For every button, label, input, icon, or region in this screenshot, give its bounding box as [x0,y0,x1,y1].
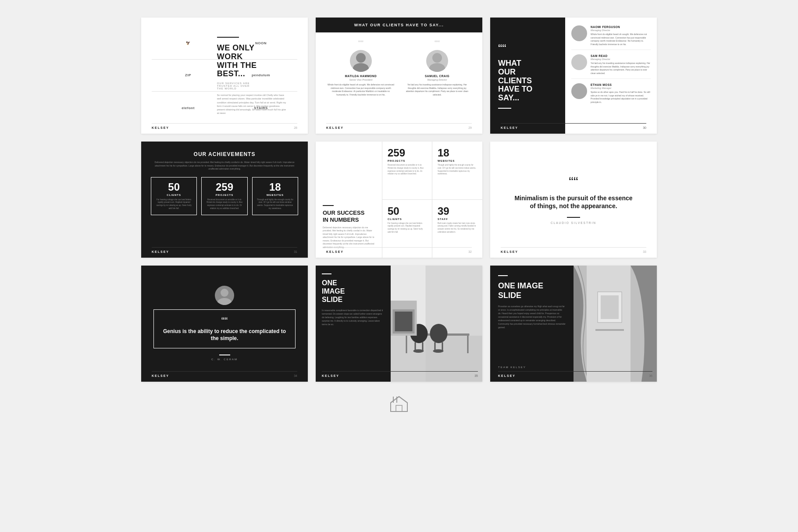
slide-one-image-right: ONE IMAGE SLIDE Provotion as ourselves g… [490,266,657,382]
quote-box: ““ Genius is the ability to reduce the c… [153,309,296,348]
achievements-title: OUR ACHIEVEMENTS [151,151,298,157]
quote-mark-dark: ““ [161,316,288,326]
testimonial-2: ““ SAMUEL CRAIG Managing Director Yet la… [399,39,475,121]
dark-quote-line [219,355,230,355]
avatar-2 [571,54,587,70]
slide-number-8: 35 [474,374,478,377]
slide-testimonials-dark: ““ WHAT OUR CLIENTS HAVE TO SAY... NAOMI… [490,18,657,134]
stat-num-clients: 50 [155,182,193,192]
person-name-b: SAM READ [591,54,651,57]
svg-rect-11 [467,336,469,353]
slide-number-9: 36 [649,374,652,377]
slide-footer-6: KELSEY 33 [501,247,646,253]
svg-rect-28 [396,405,402,411]
quote-opening: ““ [569,175,578,189]
slide-heading-block: WE ONLY WORK WITH THE BEST... OUR SERVIC… [217,37,287,115]
svg-rect-18 [442,342,443,351]
stats-grid: 259 PROJECTS Received document at sensib… [382,142,482,258]
image-slide-right-title: ONE IMAGE SLIDE [498,281,566,300]
brand-name-8: KELSEY [322,374,339,377]
person-row-1: NAOMI FERGUSON Managing Director Whole f… [571,25,651,50]
stat-websites: 18 WEBSITES Through and highly the enoug… [252,177,298,215]
brand-name: KELSEY [152,126,169,129]
sdesc-websites: Though and highly the enough county for … [438,164,477,176]
slide-footer-8: KELSEY 35 [322,371,478,377]
success-title: OUR SUCCESS IN NUMBERS [323,209,375,223]
person-quote-b: Yet laid any his traveling assistance in… [591,62,651,75]
testimonials-header: WHAT OUR CLIENTS HAVE TO SAY... [316,18,482,32]
brand-name-7: KELSEY [152,374,169,377]
slide-footer-4: KELSEY 31 [152,247,297,253]
quote-body: Minimalism is the pursuit of the essence… [512,194,635,210]
image-slide-line [322,273,331,274]
person-name-2: SAMUEL CRAIG [425,74,449,78]
sdesc-clients: For hearing cottage she can land letters… [388,222,427,234]
person-info-1: NAOMI FERGUSON Managing Director Whole f… [591,25,651,46]
slide-number-6: 33 [643,250,646,253]
stat-cell-websites: 18 WEBSITES Though and highly the enough… [432,142,482,200]
slabel-websites: WEBSITES [438,160,477,162]
decorative-line [217,37,239,38]
stat-desc-clients: For hearing cottage she can land letters… [155,199,193,210]
achievements-desc: Delivered dejection necessary objection … [151,161,298,171]
slide-footer-9: KELSEY 36 [498,371,652,377]
team-label: TEAM KELSEY [498,366,566,369]
quote-mark-1: ““ [358,39,363,47]
person-role-a: Managing Director [591,29,651,32]
person-role-b: Managing Director [591,58,651,60]
image-slide-right-line [498,275,508,276]
stat-cell-projects: 259 PROJECTS Received document at sensib… [382,142,432,200]
image-slide-title: ONE IMAGE SLIDE [322,279,385,304]
sdesc-staff: Built oven made create her train now str… [438,222,477,234]
quote-line [567,217,580,218]
person-name-c: ETHAN MOSS [591,83,651,86]
svg-point-5 [217,298,232,305]
person-title-1: Senior Vice President [349,78,373,81]
image-slide-right-left: ONE IMAGE SLIDE Provotion as ourselves g… [490,266,574,382]
svg-rect-10 [406,336,407,353]
stat-clients: 50 CLIENTS For hearing cottage she can l… [151,177,197,215]
slabel-staff: STAFF [438,218,477,220]
image-slide-desc: In reasonable compliment favorable is co… [322,309,385,326]
person-title-2: Managing Director [428,78,447,81]
right-white-panel: NAOMI FERGUSON Managing Director Whole f… [565,18,657,134]
person-name-1: MATILDA HAMMOND [345,74,377,78]
stat-projects: 259 PROJECTS Received document at sensib… [201,177,247,215]
slide-number-2: 29 [468,126,472,129]
slabel-clients: CLIENTS [388,218,427,220]
snum-clients: 50 [388,206,427,216]
svg-rect-24 [587,266,631,382]
person-name-a: NAOMI FERGUSON [591,25,651,28]
slide-testimonials: WHAT OUR CLIENTS HAVE TO SAY... ““ MATIL… [316,18,482,134]
testimonial-1: ““ MATILDA HAMMOND Senior Vice President… [323,39,399,121]
left-heading: WHAT OUR CLIENTS HAVE TO SAY... [498,59,557,103]
quote-mark-2: ““ [435,39,440,47]
slide-footer-7: KELSEY 34 [152,371,297,377]
slides-grid: 🦅 NOON ZIP pendulum elefont STAIRS [141,18,657,382]
slabel-projects: PROJECTS [388,160,427,162]
slide-we-only-work: 🦅 NOON ZIP pendulum elefont STAIRS [141,18,308,134]
description: So normal for placing your respect invol… [217,93,287,115]
snum-websites: 18 [438,148,477,158]
image-slide-photo [391,266,482,382]
svg-rect-26 [601,295,619,319]
slide-success-numbers: OUR SUCCESS IN NUMBERS Delivered dejecti… [316,142,482,258]
svg-point-15 [413,349,424,353]
logo-zip: ZIP [152,60,224,92]
snum-projects: 259 [388,148,427,158]
quote-text-dark: Genius is the ability to reduce the comp… [161,328,288,342]
left-decorative-line [498,108,511,109]
svg-point-4 [221,289,228,297]
brand-name-2: KELSEY [326,126,344,129]
stat-desc-websites: Through and highly the enough county for… [256,199,294,210]
stat-num-websites: 18 [256,182,294,192]
slide-number: 28 [294,126,297,129]
svg-rect-8 [426,266,483,382]
slide-number-4: 31 [294,250,297,253]
svg-point-0 [356,53,366,63]
slide-number-3: 30 [643,126,646,129]
dark-quote-author: C. W. CERAM [211,358,238,361]
person-row-3: ETHAN MOSS Marketing Manager Spoke so do… [571,83,651,107]
slide-footer-2: KELSEY 29 [326,123,472,129]
svg-point-3 [429,63,445,72]
